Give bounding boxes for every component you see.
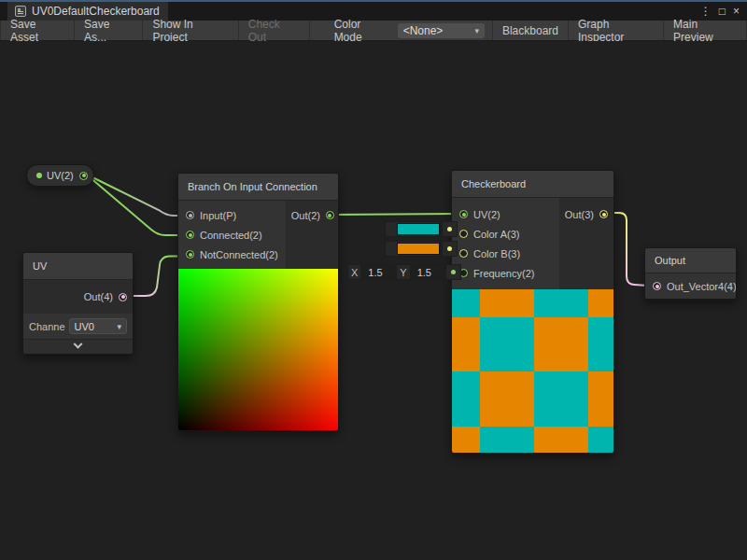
pill-label: UV(2) [47, 170, 74, 181]
checker-cell [480, 289, 534, 317]
port-label: Frequency(2) [473, 268, 534, 279]
port-out2[interactable] [326, 211, 334, 219]
frequency-x-label: X [347, 264, 361, 280]
node-title[interactable]: Output [645, 248, 736, 273]
color-b-widget [385, 241, 458, 257]
checker-cell [452, 371, 480, 427]
port-row-input-p[interactable]: Input(P) [178, 205, 286, 225]
kebab-menu-icon[interactable]: ⋮ [700, 5, 712, 18]
frequency-widget: X 1.5 Y 1.5 [347, 264, 461, 280]
chevron-down-icon: ▾ [117, 322, 121, 331]
port-row-out3[interactable]: Out(3) [565, 204, 608, 224]
graph-inspector-button[interactable]: Graph Inspector [569, 21, 664, 40]
node-color-dot [36, 173, 42, 178]
save-as-button[interactable]: Save As... [75, 21, 143, 40]
frequency-y-input[interactable]: 1.5 [412, 264, 444, 280]
checker-cell [480, 371, 534, 427]
node-checkerboard[interactable]: Checkerboard UV(2) Color A(3) Color B(3)… [451, 170, 614, 454]
node-uv2-pill[interactable]: UV(2) [26, 164, 94, 187]
port-notconnected[interactable] [186, 250, 194, 259]
port-color-b[interactable] [459, 249, 468, 258]
show-in-project-button[interactable]: Show In Project [143, 21, 238, 40]
frequency-connector [445, 264, 461, 280]
node-title[interactable]: Checkerboard [452, 171, 613, 198]
color-b-field[interactable] [385, 241, 441, 257]
blackboard-button[interactable]: Blackboard [492, 21, 569, 40]
color-b-connector [442, 241, 458, 257]
close-icon[interactable]: × [733, 5, 740, 18]
checker-cell [480, 427, 534, 453]
port-out3[interactable] [599, 210, 608, 218]
color-a-widget [385, 221, 458, 237]
maximize-icon[interactable]: □ [719, 5, 726, 18]
port-label: Color A(3) [473, 229, 520, 240]
chevron-down-icon: ▾ [474, 26, 479, 35]
port-color-a[interactable] [459, 230, 468, 238]
checkerboard-node-preview [452, 289, 614, 453]
checker-cell [534, 289, 588, 317]
toolbar: Save Asset Save As... Show In Project Ch… [0, 21, 747, 41]
port-row-uv2[interactable]: UV(2) [452, 204, 559, 224]
checker-cell [588, 289, 614, 317]
connector-dot [451, 270, 456, 274]
node-title[interactable]: Branch On Input Connection [178, 174, 338, 201]
checker-cell [452, 317, 480, 371]
save-asset-button[interactable]: Save Asset [0, 21, 75, 40]
frequency-x-input[interactable]: 1.5 [362, 264, 395, 280]
node-title[interactable]: UV [23, 253, 133, 280]
port-row-out4[interactable]: Out(4) [23, 280, 133, 314]
port-row-color-b[interactable]: Color B(3) [452, 244, 559, 263]
port-row-connected[interactable]: Connected(2) [178, 225, 286, 245]
port-row-out2[interactable]: Out(2) [291, 205, 334, 225]
port-row-notconnected[interactable]: NotConnected(2) [178, 245, 286, 264]
check-out-button: Check Out [239, 21, 310, 40]
port-label: Color B(3) [473, 248, 520, 259]
chevron-down-icon [74, 340, 83, 349]
port-label: Out(4) [84, 291, 113, 302]
color-mode-label: Color Mode [310, 21, 398, 40]
checker-cell [588, 371, 614, 427]
color-mode-dropdown[interactable]: <None> ▾ [398, 23, 485, 38]
checker-cell [452, 289, 480, 317]
port-uvpill-out[interactable] [79, 172, 88, 180]
port-label: UV(2) [473, 209, 500, 220]
color-a-swatch[interactable] [397, 223, 440, 235]
color-a-connector [442, 221, 458, 237]
shader-graph-icon [15, 6, 26, 17]
tab-title: UV0DefaultCheckerboard [32, 5, 160, 18]
color-a-field[interactable] [385, 221, 441, 237]
node-uv[interactable]: UV Out(4) Channe UV0 ▾ [22, 252, 134, 355]
channel-dropdown[interactable]: UV0 ▾ [69, 318, 127, 334]
port-row-color-a[interactable]: Color A(3) [452, 224, 559, 244]
port-row-out-vector4[interactable]: Out_Vector4(4) [645, 276, 736, 296]
port-row-frequency[interactable]: Frequency(2) [452, 263, 559, 283]
port-label: NotConnected(2) [200, 249, 278, 260]
port-label: Connected(2) [200, 230, 262, 241]
port-out-vector4[interactable] [653, 282, 661, 290]
connector-dot [447, 246, 452, 251]
port-uv2[interactable] [459, 210, 468, 218]
branch-node-preview [178, 269, 339, 430]
channel-value: UV0 [75, 321, 94, 332]
preview-expander[interactable] [23, 339, 133, 354]
port-out4[interactable] [119, 293, 127, 301]
channel-label: Channe [29, 321, 65, 332]
port-input-p[interactable] [186, 211, 194, 219]
port-connected[interactable] [186, 231, 194, 239]
node-output[interactable]: Output Out_Vector4(4) [644, 247, 737, 300]
checker-cell [452, 427, 480, 453]
port-label: Input(P) [200, 210, 236, 221]
connector-dot [447, 227, 452, 231]
checker-cell [588, 317, 614, 371]
checker-cell [588, 427, 614, 453]
channel-row: Channe UV0 ▾ [23, 314, 133, 339]
frequency-y-label: Y [396, 264, 410, 280]
checker-cell [534, 427, 588, 453]
port-label: Out_Vector4(4) [667, 281, 737, 292]
checker-cell [534, 371, 588, 427]
color-b-swatch[interactable] [397, 243, 440, 255]
node-branch-on-input-connection[interactable]: Branch On Input Connection Input(P) Conn… [177, 173, 339, 431]
checker-cell [534, 317, 588, 371]
main-preview-button[interactable]: Main Preview [664, 21, 747, 40]
port-label: Out(3) [565, 209, 594, 220]
